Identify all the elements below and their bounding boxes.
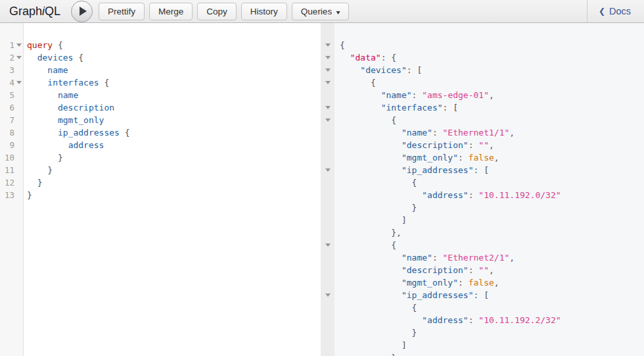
docs-label: Docs [609, 6, 631, 16]
code-line: { [340, 39, 561, 51]
gutter-row: 10 [0, 151, 23, 164]
fold-slot [323, 106, 332, 109]
toolbar-button-group: Prettify Merge Copy History Queries▾ [99, 3, 349, 20]
gutter-row [321, 139, 334, 151]
gutter-row [321, 201, 334, 214]
gutter-row [321, 251, 334, 264]
gutter-row [321, 264, 334, 276]
code-line: "devices": [ [340, 64, 561, 76]
gutter-row: 4 [0, 76, 23, 89]
queries-label: Queries [301, 7, 332, 16]
code-line: description [27, 101, 130, 114]
code-line: "mgmt_only": false, [340, 151, 561, 164]
line-number: 2 [0, 51, 14, 64]
code-line: "ip_addresses": [ [340, 289, 561, 301]
gutter-row: 8 [0, 126, 23, 139]
code-line: "description": "", [340, 139, 561, 151]
line-number: 7 [0, 114, 14, 126]
gutter-row [321, 89, 334, 101]
line-number: 5 [0, 89, 14, 101]
code-line: ] [340, 339, 561, 351]
fold-arrow-icon[interactable] [325, 43, 331, 47]
fold-slot [14, 43, 23, 47]
line-number: 8 [0, 126, 14, 139]
merge-button[interactable]: Merge [149, 3, 193, 20]
docs-toggle[interactable]: ❮ Docs [587, 0, 644, 22]
gutter-row: 5 [0, 89, 23, 101]
gutter-row: 11 [0, 164, 23, 176]
caret-down-icon: ▾ [336, 9, 340, 16]
code-line: } [27, 151, 130, 164]
line-number: 3 [0, 64, 14, 76]
logo-text-ql: QL [45, 5, 60, 18]
fold-arrow-icon[interactable] [16, 43, 22, 47]
code-line: { [340, 76, 561, 89]
gutter-row [321, 151, 334, 164]
execute-button[interactable] [71, 1, 93, 22]
result-viewer-pane: { "data": { "devices": [ { "name": "ams-… [321, 23, 644, 356]
query-editor-pane[interactable]: 12345678910111213 query { devices { name… [0, 23, 321, 356]
line-number: 9 [0, 139, 14, 151]
line-number: 11 [0, 164, 14, 176]
fold-arrow-icon[interactable] [325, 118, 331, 122]
gutter-row [321, 64, 334, 76]
fold-arrow-icon[interactable] [325, 81, 331, 84]
code-line: }, [340, 351, 561, 356]
code-line: mgmt_only [27, 114, 130, 126]
gutter-row [321, 314, 334, 326]
code-line: query { [27, 39, 130, 51]
line-number: 12 [0, 176, 14, 189]
code-line: } [27, 189, 130, 201]
code-line: } [340, 201, 561, 214]
gutter-row [321, 114, 334, 126]
gutter-row [321, 276, 334, 289]
fold-slot [323, 81, 332, 84]
logo-text-graph: Graph [9, 5, 42, 18]
fold-slot [323, 56, 332, 59]
gutter-row [321, 326, 334, 339]
gutter-row: 13 [0, 189, 23, 201]
query-code[interactable]: query { devices { name interfaces { name… [24, 23, 130, 356]
code-line: "address": "10.11.192.0/32" [340, 189, 561, 201]
line-number: 1 [0, 39, 14, 51]
gutter-row [321, 339, 334, 351]
code-line: "ip_addresses": [ [340, 164, 561, 176]
query-gutter: 12345678910111213 [0, 23, 24, 356]
code-line: ip_addresses { [27, 126, 130, 139]
code-line: { [340, 114, 561, 126]
fold-arrow-icon[interactable] [325, 68, 331, 72]
gutter-row: 6 [0, 101, 23, 114]
gutter-row [321, 101, 334, 114]
gutter-row [321, 351, 334, 356]
fold-slot [323, 293, 332, 297]
code-line: ] [340, 214, 561, 226]
gutter-row: 1 [0, 39, 23, 51]
line-number: 6 [0, 101, 14, 114]
fold-arrow-icon[interactable] [325, 56, 331, 59]
history-button[interactable]: History [241, 3, 287, 20]
fold-arrow-icon[interactable] [325, 106, 331, 109]
fold-arrow-icon[interactable] [325, 293, 331, 297]
fold-arrow-icon[interactable] [16, 81, 22, 84]
chevron-left-icon: ❮ [599, 7, 605, 16]
code-line: name [27, 89, 130, 101]
code-line: { [340, 301, 561, 314]
fold-arrow-icon[interactable] [325, 243, 331, 247]
line-number: 4 [0, 76, 14, 89]
fold-arrow-icon[interactable] [16, 56, 22, 59]
copy-button[interactable]: Copy [197, 3, 237, 20]
code-line: "address": "10.11.192.2/32" [340, 314, 561, 326]
gutter-row: 2 [0, 51, 23, 64]
fold-slot [14, 81, 23, 84]
fold-arrow-icon[interactable] [325, 168, 331, 172]
gutter-row [321, 226, 334, 239]
gutter-row [321, 214, 334, 226]
code-line: interfaces { [27, 76, 130, 89]
gutter-row [321, 301, 334, 314]
code-line: }, [340, 226, 561, 239]
code-line: "mgmt_only": false, [340, 276, 561, 289]
queries-button[interactable]: Queries▾ [292, 3, 349, 20]
prettify-button[interactable]: Prettify [99, 3, 145, 20]
gutter-row [321, 289, 334, 301]
code-line: "description": "", [340, 264, 561, 276]
